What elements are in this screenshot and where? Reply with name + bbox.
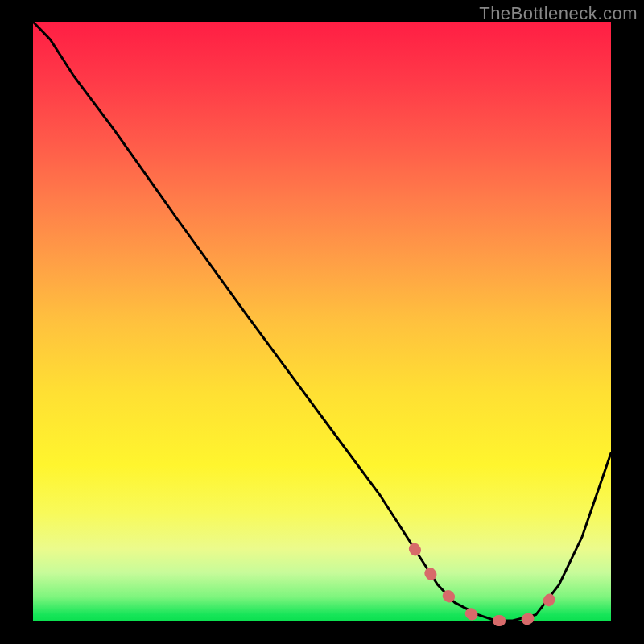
bottleneck-chart: [33, 22, 611, 621]
bottleneck-curve-path: [33, 22, 611, 621]
watermark-text: TheBottleneck.com: [479, 3, 638, 24]
